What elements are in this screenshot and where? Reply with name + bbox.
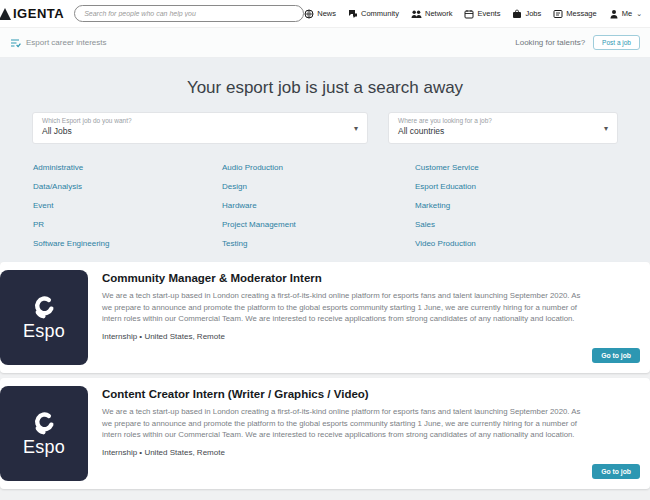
career-interests[interactable]: Esport career interests [10, 38, 106, 48]
globe-icon [304, 9, 314, 19]
company-name: Espo [23, 437, 65, 458]
hero-section: Your esport job is just a search away Wh… [0, 58, 650, 262]
calendar-icon [464, 9, 474, 19]
nav-items: News Community Network Events [304, 9, 642, 19]
category-pr[interactable]: PR [33, 215, 222, 234]
search-filters: Which Esport job do you want? All Jobs ▾… [0, 112, 650, 144]
post-a-job-button[interactable]: Post a job [593, 35, 640, 50]
go-to-job-button[interactable]: Go to job [592, 348, 640, 363]
nav-item-network[interactable]: Network [411, 9, 453, 19]
list-check-icon [10, 38, 21, 48]
job-card[interactable]: Espo Community Manager & Moderator Inter… [0, 262, 650, 373]
category-links: Administrative Data/Analysis Event PR So… [0, 144, 650, 253]
nav-item-news[interactable]: News [304, 9, 336, 19]
category-testing[interactable]: Testing [222, 234, 415, 253]
job-card[interactable]: Espo Content Creator Intern (Writer / Gr… [0, 378, 650, 489]
job-description: We are a tech start-up based in London c… [102, 406, 636, 441]
espo-swirl-icon [31, 294, 57, 320]
top-navbar: IGENTA News Community Network [0, 0, 650, 28]
chevron-down-icon: ▾ [354, 124, 358, 133]
nav-label: Events [477, 9, 500, 18]
espo-swirl-icon [31, 410, 57, 436]
talents-text: Looking for talents? [515, 38, 585, 47]
subheader: Esport career interests Looking for tale… [0, 28, 650, 58]
category-hardware[interactable]: Hardware [222, 196, 415, 215]
category-esport-education[interactable]: Esport Education [415, 177, 650, 196]
nav-label: Community [361, 9, 399, 18]
category-customer-service[interactable]: Customer Service [415, 158, 650, 177]
job-select-label: Which Esport job do you want? [42, 117, 358, 124]
nav-label: Message [566, 9, 596, 18]
category-video-production[interactable]: Video Production [415, 234, 650, 253]
nav-item-events[interactable]: Events [464, 9, 500, 19]
brand-name: IGENTA [13, 6, 64, 21]
category-project-management[interactable]: Project Management [222, 215, 415, 234]
category-administrative[interactable]: Administrative [33, 158, 222, 177]
nav-item-jobs[interactable]: Jobs [512, 9, 541, 19]
country-select-label: Where are you looking for a job? [398, 117, 608, 124]
people-icon [411, 9, 422, 19]
job-meta: Internship • United States, Remote [102, 332, 636, 341]
chevron-down-icon: ▾ [604, 124, 608, 133]
search-input[interactable] [74, 5, 304, 22]
nav-label: Jobs [525, 9, 541, 18]
briefcase-icon [512, 9, 522, 19]
nav-label: News [317, 9, 336, 18]
job-type-select[interactable]: Which Esport job do you want? All Jobs ▾ [32, 112, 368, 144]
job-description: We are a tech start-up based in London c… [102, 290, 636, 325]
category-audio-production[interactable]: Audio Production [222, 158, 415, 177]
category-data-analysis[interactable]: Data/Analysis [33, 177, 222, 196]
category-design[interactable]: Design [222, 177, 415, 196]
job-select-value: All Jobs [42, 126, 358, 136]
category-marketing[interactable]: Marketing [415, 196, 650, 215]
nav-item-community[interactable]: Community [348, 9, 399, 19]
person-icon [609, 9, 619, 19]
nav-label: Me [622, 9, 632, 18]
page-title: Your esport job is just a search away [0, 58, 650, 98]
brand-mark-icon [0, 8, 11, 20]
category-software-engineering[interactable]: Software Engineering [33, 234, 222, 253]
category-sales[interactable]: Sales [415, 215, 650, 234]
nav-item-message[interactable]: Message [553, 9, 596, 19]
job-meta: Internship • United States, Remote [102, 448, 636, 457]
nav-label: Network [425, 9, 453, 18]
job-title[interactable]: Community Manager & Moderator Intern [102, 272, 636, 284]
subheader-title: Esport career interests [26, 38, 106, 47]
country-select-value: All countries [398, 126, 608, 136]
message-icon [553, 9, 563, 19]
country-select[interactable]: Where are you looking for a job? All cou… [388, 112, 618, 144]
company-logo: Espo [0, 386, 88, 481]
chat-bubbles-icon [348, 9, 358, 19]
chevron-down-icon: ⌄ [636, 10, 642, 17]
category-event[interactable]: Event [33, 196, 222, 215]
company-name: Espo [23, 321, 65, 342]
job-title[interactable]: Content Creator Intern (Writer / Graphic… [102, 388, 636, 400]
brand-logo[interactable]: IGENTA [2, 6, 64, 21]
nav-item-me[interactable]: Me ⌄ [609, 9, 642, 19]
go-to-job-button[interactable]: Go to job [592, 464, 640, 479]
company-logo: Espo [0, 270, 88, 365]
